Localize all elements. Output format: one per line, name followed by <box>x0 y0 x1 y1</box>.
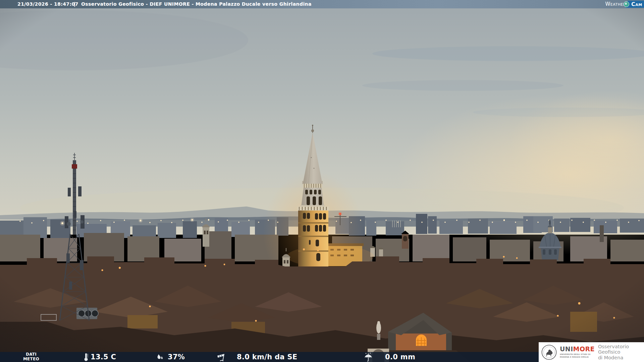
unimore-uni-text: UNI <box>560 345 573 353</box>
unimore-seal-icon <box>541 345 557 360</box>
thermometer-icon <box>83 352 89 362</box>
dati-label-line1: DATI <box>26 352 37 357</box>
umbrella-icon <box>364 352 373 362</box>
weathercam-banner: Cam <box>627 1 644 8</box>
humidity-drops-icon <box>156 352 164 362</box>
weathercam-logo[interactable]: Weather Cam <box>605 0 644 8</box>
temperature-value: 13.5 C <box>91 353 116 361</box>
top-bar: 21/03/2026 - 18:47:07 | Osservatorio Geo… <box>0 0 644 8</box>
page-title: Osservatorio Geofisico - DIEF UNIMORE - … <box>81 0 312 8</box>
wind-value: 8.0 km/h da SE <box>237 353 297 361</box>
vignette <box>0 0 644 362</box>
webcam-page: 21/03/2026 - 18:47:07 | Osservatorio Geo… <box>0 0 644 362</box>
unimore-wordmark: UNIMORE UNIVERSITÀ DEGLI STUDI DI MODENA… <box>560 346 595 358</box>
observatory-line1: Osservatorio Geofisico <box>598 344 644 355</box>
unimore-branding[interactable]: UNIMORE UNIVERSITÀ DEGLI STUDI DI MODENA… <box>539 342 644 362</box>
windsock-icon <box>215 352 227 362</box>
rain-value: 0.0 mm <box>385 353 415 361</box>
dati-label-line2: METEO <box>23 357 39 362</box>
unimore-subtitle-line1: UNIVERSITÀ DEGLI STUDI DI <box>560 353 595 356</box>
unimore-subtitle-line2: MODENA E REGGIO EMILIA <box>560 356 595 358</box>
unimore-more-text: MORE <box>573 345 595 353</box>
dati-meteo-label: DATI METEO <box>19 352 43 362</box>
camera-lens-icon <box>624 1 629 7</box>
observatory-line2: di Modena <box>598 355 644 360</box>
webcam-photo <box>0 0 644 362</box>
weathercam-weather-label: Weather <box>605 0 626 8</box>
observatory-label: Osservatorio Geofisico di Modena <box>598 344 644 360</box>
separator: | <box>74 0 76 8</box>
datetime-label: 21/03/2026 - 18:47:07 <box>17 0 78 8</box>
weathercam-cam-label: Cam <box>631 1 642 8</box>
humidity-value: 37% <box>168 353 185 361</box>
